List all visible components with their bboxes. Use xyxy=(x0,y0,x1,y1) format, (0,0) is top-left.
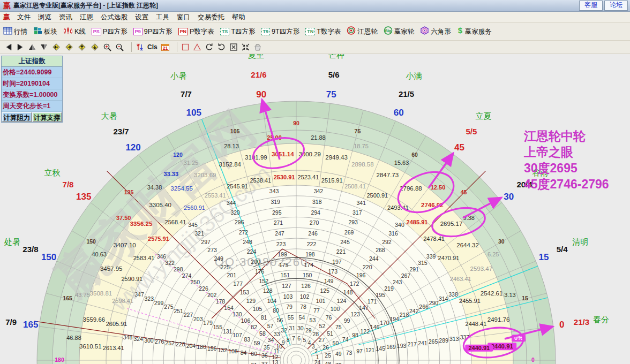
square-shape-icon[interactable] xyxy=(181,43,190,51)
gann-wheel-svg[interactable]: 赢家财富网www.yingjia360.comQQ:30080226024123… xyxy=(0,54,630,364)
price-inner-label: 2470.91 xyxy=(438,255,460,261)
toolbar-label: 9T四方形 xyxy=(272,27,299,36)
toolbar-button-行情[interactable]: 行情 xyxy=(3,27,27,37)
date-label: 7/7 xyxy=(181,89,192,98)
spiral-number: 295 xyxy=(272,209,282,216)
symbol-name: 上证指数 xyxy=(2,56,62,67)
spiral-number: 50 xyxy=(333,340,339,346)
rotate-cw-icon[interactable] xyxy=(217,43,226,51)
diamond-up-icon[interactable] xyxy=(77,42,87,52)
diamond-right-icon[interactable] xyxy=(64,42,74,52)
spiral-number: 6 xyxy=(297,335,301,342)
percent-label: 37.50 xyxy=(116,215,131,221)
menu-item-8[interactable]: 交易委托 xyxy=(194,12,228,23)
axis-arrows-icon[interactable] xyxy=(136,43,144,51)
triangle-shape-icon[interactable] xyxy=(193,43,201,51)
toolbar-button-T数字表[interactable]: TNT数字表 xyxy=(305,27,341,36)
toolbar-button-赢家轮[interactable]: Big赢家轮 xyxy=(384,26,415,37)
degree-ring-label: 150 xyxy=(86,238,96,245)
toolbar-button-六角形[interactable]: 六角形 xyxy=(420,26,451,37)
diamond-down-icon[interactable] xyxy=(90,42,100,52)
calc-resistance-button[interactable]: 计算阻力 xyxy=(2,112,32,122)
spiral-number: 317 xyxy=(352,209,362,216)
spiral-number: 178 xyxy=(216,298,226,305)
annotation-line: 45度2746-2796 xyxy=(524,176,609,192)
date-label: 5/4 xyxy=(557,245,568,254)
spiral-number: 52 xyxy=(319,323,326,329)
menu-item-9[interactable]: 帮助 xyxy=(228,12,249,23)
menu-item-3[interactable]: 江恩 xyxy=(76,12,97,23)
menu-item-7[interactable]: 窗口 xyxy=(173,12,194,23)
svg-text:$: $ xyxy=(458,26,463,35)
price-outer-label: 2898.58 xyxy=(351,161,374,168)
down-triangle-icon[interactable] xyxy=(40,43,48,51)
spiral-number: 104 xyxy=(267,298,277,304)
toolbar-button-9P四方形[interactable]: P99P四方形 xyxy=(133,27,172,36)
converge-icon[interactable] xyxy=(241,43,250,51)
prev-arrow-icon[interactable] xyxy=(4,43,13,51)
spiral-number: 148 xyxy=(343,289,353,295)
spiral-number: 276 xyxy=(155,338,164,345)
menu-item-2[interactable]: 资讯 xyxy=(55,12,76,23)
spiral-number: 155 xyxy=(213,324,223,330)
spiral-number: 244 xyxy=(369,255,379,262)
menu-item-0[interactable]: 文件 xyxy=(13,12,34,23)
boxed-x-icon[interactable] xyxy=(229,43,238,51)
spiral-number: 291 xyxy=(409,266,419,272)
percent-label: 6.25 xyxy=(488,251,499,257)
menu-item-6[interactable]: 工具 xyxy=(152,12,173,23)
toolbar-label: 行情 xyxy=(14,27,27,36)
menu-item-5[interactable]: 设置 xyxy=(131,12,152,23)
spiral-number: 132 xyxy=(218,347,228,353)
toolbar-button-P数字表[interactable]: PNP数字表 xyxy=(178,27,214,36)
spiral-number: 266 xyxy=(419,304,429,310)
spiral-number: 249 xyxy=(214,255,223,262)
next-arrow-icon[interactable] xyxy=(16,43,25,51)
spiral-number: 275 xyxy=(164,304,174,310)
spiral-number: 34 xyxy=(268,337,274,343)
up-triangle-icon[interactable] xyxy=(28,43,36,51)
date-label: 7/9 xyxy=(5,317,17,327)
toolbar-button-板块[interactable]: 板块 xyxy=(33,27,57,37)
spiral-number: 51 xyxy=(327,330,333,337)
forum-button[interactable]: 论坛 xyxy=(604,1,628,11)
toolbar-button-P四方形[interactable]: PSP四方形 xyxy=(92,27,128,36)
calendar-21-icon[interactable]: 21 xyxy=(161,43,170,51)
spiral-number: 102 xyxy=(300,293,310,300)
toolbar-button-T四方形[interactable]: TST四方形 xyxy=(220,27,256,36)
degree-ring-label: 30 xyxy=(498,238,505,245)
clear-icon[interactable] xyxy=(253,43,262,51)
spiral-number: 31 xyxy=(289,325,295,331)
diamond-left-icon[interactable] xyxy=(51,42,61,52)
spiral-number: 36 xyxy=(261,352,268,359)
spiral-number: 81 xyxy=(261,314,267,321)
price-outer-label: 2593.47 xyxy=(470,266,493,272)
spiral-number: 7 xyxy=(292,335,295,342)
spiral-number: 204 xyxy=(186,343,196,349)
degree-ring-label: 90 xyxy=(293,120,299,126)
toolbar-button-赢家服务[interactable]: $赢家服务 xyxy=(457,26,492,37)
cls-button[interactable]: Cls xyxy=(147,43,158,51)
customer-service-button[interactable]: 客服 xyxy=(579,1,603,11)
winner-wheel-icon: Big xyxy=(384,26,393,37)
zoom-out-icon[interactable] xyxy=(115,43,124,51)
toolbar-button-江恩轮[interactable]: 江恩轮 xyxy=(347,26,378,37)
calc-support-button[interactable]: 计算支撑 xyxy=(32,112,63,122)
rotate-ccw-icon[interactable] xyxy=(205,43,214,51)
menu-item-1[interactable]: 浏览 xyxy=(34,12,55,23)
menu-item-4[interactable]: 公式选股 xyxy=(97,12,131,23)
toolbar-label: 赢家服务 xyxy=(465,27,492,36)
spiral-number: 346 xyxy=(157,253,167,260)
toolbar-label: 赢家轮 xyxy=(394,27,415,36)
outer-degree-label: 15 xyxy=(538,252,549,262)
zoom-in-icon[interactable] xyxy=(103,43,112,51)
spiral-number: 2 xyxy=(314,348,318,354)
price-outer-label: 2847.73 xyxy=(377,172,399,178)
gann-wheel-chart-area[interactable]: 赢家财富网www.yingjia360.comQQ:30080226024123… xyxy=(0,54,630,364)
spiral-number: 105 xyxy=(253,306,262,312)
title-bar: 赢 赢家江恩专业版[赢家服务平台] - [上证指数 江恩轮] 客服 论坛 xyxy=(0,0,630,12)
spiral-number: 218 xyxy=(400,312,409,318)
toolbar-button-9T四方形[interactable]: T99T四方形 xyxy=(261,27,300,36)
toolbar-button-K线[interactable]: K线 xyxy=(63,27,86,37)
spiral-number: 228 xyxy=(176,341,185,347)
